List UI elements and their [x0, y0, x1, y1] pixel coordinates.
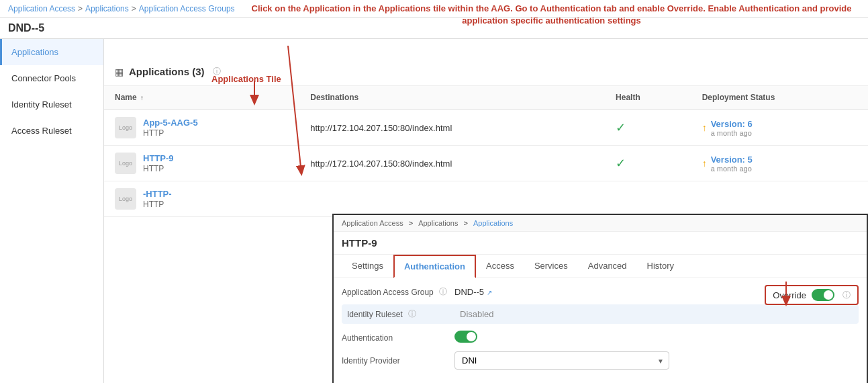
aag-info-icon[interactable]: ⓘ [439, 286, 447, 298]
app-cell-1: Logo App-5-AAG-5 HTTP [115, 117, 289, 138]
aag-value: DND--5 ↗ [454, 287, 492, 297]
app-destination-3 [299, 181, 605, 217]
panel-title: Applications (3) [129, 66, 205, 77]
tab-authentication[interactable]: Authentication [393, 255, 476, 278]
identity-provider-row: Identity Provider DNI [342, 351, 859, 370]
deploy-status-2: ↑ Version: 5 a month ago [702, 155, 857, 173]
app-health-3 [605, 181, 691, 217]
deploy-status-1: ↑ Version: 6 a month ago [702, 119, 857, 137]
deploy-version-1: Version: 6 [711, 119, 753, 129]
table-row: Logo App-5-AAG-5 HTTP http://172.104.207… [104, 110, 868, 146]
identity-ruleset-value: Disabled [460, 309, 494, 319]
app-health-2: ✓ [605, 146, 691, 181]
modal-breadcrumb: Application Access > Applications > Appl… [334, 215, 867, 232]
sidebar-item-connector-pools[interactable]: Connector Pools [0, 65, 103, 91]
breadcrumb-application-access[interactable]: Application Access [8, 4, 75, 13]
authentication-toggle[interactable] [454, 331, 477, 343]
app-logo-3: Logo [115, 188, 136, 210]
sidebar: Applications Connector Pools Identity Ru… [0, 39, 104, 383]
app-name-3[interactable]: -HTTP- [143, 189, 172, 199]
health-ok-icon-1: ✓ [616, 121, 626, 134]
modal-breadcrumb-apps[interactable]: Applications [418, 219, 458, 227]
override-info-icon[interactable]: ⓘ [842, 290, 851, 301]
deploy-icon-2: ↑ [702, 158, 707, 169]
identity-provider-select[interactable]: DNI [454, 351, 669, 370]
tab-access[interactable]: Access [476, 255, 524, 278]
deploy-time-1: a month ago [711, 129, 753, 137]
col-destinations: Destinations [299, 86, 605, 110]
app-logo-1: Logo [115, 117, 136, 138]
sort-icon: ↑ [140, 94, 144, 101]
override-toggle[interactable] [812, 289, 834, 301]
tab-advanced[interactable]: Advanced [578, 255, 637, 278]
tab-services[interactable]: Services [524, 255, 578, 278]
deploy-version-2: Version: 5 [711, 155, 753, 165]
identity-ruleset-row: Identity Ruleset ⓘ Disabled [342, 304, 859, 324]
app-cell-2: Logo HTTP-9 HTTP [115, 153, 289, 174]
modal-tabs: Settings Authentication Access Services … [334, 255, 867, 278]
app-deploy-1: ↑ Version: 6 a month ago [691, 110, 868, 146]
col-deployment-status: Deployment Status [691, 86, 868, 110]
authentication-row: Authentication [342, 331, 859, 345]
content-area: Applications Tile ▦ Applications (3) ⓘ N… [104, 39, 868, 383]
page-header: DND--5 [0, 18, 868, 39]
table-row: Logo -HTTP- HTTP [104, 181, 868, 217]
breadcrumb-aag[interactable]: Application Access Groups [139, 4, 235, 13]
tab-settings[interactable]: Settings [342, 255, 393, 278]
modal-overlay: Application Access > Applications > Appl… [332, 214, 868, 383]
identity-provider-label: Identity Provider [342, 356, 449, 366]
modal-body: Override ⓘ Application Access Group ⓘ DN… [334, 278, 867, 383]
app-protocol-1: HTTP [143, 128, 164, 138]
tab-history[interactable]: History [637, 255, 684, 278]
identity-ruleset-label: Identity Ruleset ⓘ [347, 308, 454, 320]
col-health: Health [605, 86, 691, 110]
col-name[interactable]: Name ↑ [104, 86, 299, 110]
app-logo-2: Logo [115, 153, 136, 174]
app-name-1[interactable]: App-5-AAG-5 [143, 118, 198, 128]
override-label: Override [773, 290, 806, 300]
table-row: Logo HTTP-9 HTTP http://172.104.207.150:… [104, 146, 868, 181]
override-box: Override ⓘ [765, 285, 859, 305]
sidebar-item-identity-ruleset[interactable]: Identity Ruleset [0, 91, 103, 118]
app-name-2[interactable]: HTTP-9 [143, 153, 174, 163]
sidebar-item-access-ruleset[interactable]: Access Ruleset [0, 118, 103, 144]
breadcrumb: Application Access > Applications > Appl… [0, 0, 868, 18]
app-cell-3: Logo -HTTP- HTTP [115, 188, 289, 210]
main-layout: Applications Connector Pools Identity Ru… [0, 39, 868, 383]
modal-breadcrumb-aa[interactable]: Application Access [342, 219, 403, 227]
app-destination-2: http://172.104.207.150:80/index.html [299, 146, 605, 181]
identity-provider-select-wrapper: DNI [454, 351, 669, 370]
health-ok-icon-2: ✓ [616, 157, 626, 170]
deploy-icon-1: ↑ [702, 122, 707, 133]
modal-title: HTTP-9 [334, 232, 867, 255]
deploy-time-2: a month ago [711, 165, 753, 173]
sidebar-item-applications[interactable]: Applications [0, 39, 103, 65]
info-icon[interactable]: ⓘ [213, 66, 221, 77]
applications-table: Name ↑ Destinations Health Deployment St… [104, 86, 868, 217]
app-deploy-2: ↑ Version: 5 a month ago [691, 146, 868, 181]
app-protocol-3: HTTP [143, 200, 164, 209]
aag-label: Application Access Group ⓘ [342, 286, 449, 298]
app-deploy-3 [691, 181, 868, 217]
authentication-label: Authentication [342, 333, 449, 343]
panel-icon: ▦ [115, 67, 124, 77]
panel-header: ▦ Applications (3) ⓘ [104, 58, 868, 86]
breadcrumb-applications[interactable]: Applications [85, 4, 129, 13]
modal-breadcrumb-current[interactable]: Applications [473, 219, 513, 227]
app-protocol-2: HTTP [143, 164, 164, 173]
external-link-icon[interactable]: ↗ [487, 289, 492, 296]
app-destination-1: http://172.104.207.150:80/index.html [299, 110, 605, 146]
identity-ruleset-info-icon[interactable]: ⓘ [408, 308, 416, 320]
app-health-1: ✓ [605, 110, 691, 146]
page-title: DND--5 [8, 22, 44, 34]
